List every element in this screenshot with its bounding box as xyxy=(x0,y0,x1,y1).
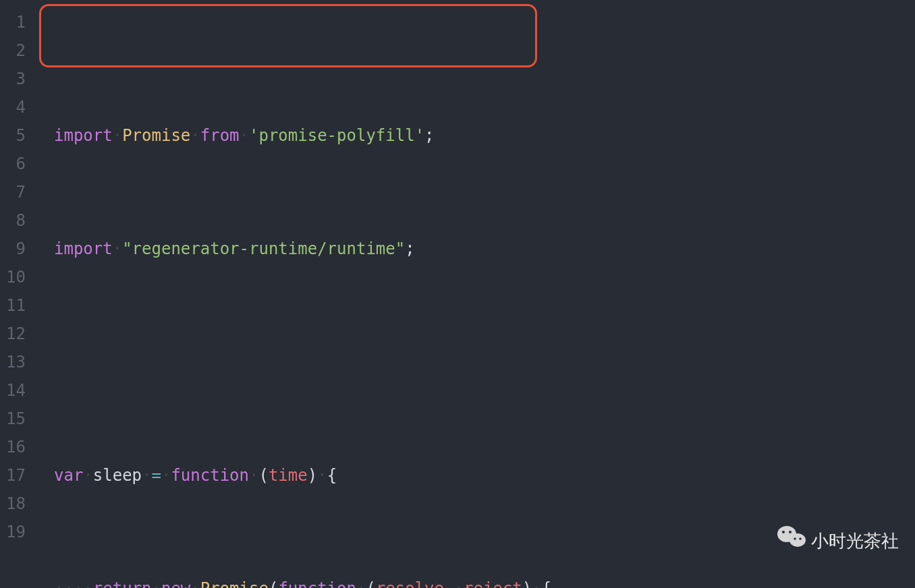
wechat-icon xyxy=(777,525,806,557)
line-number: 9 xyxy=(0,235,26,263)
line-number: 4 xyxy=(0,93,26,121)
line-number: 6 xyxy=(0,150,26,178)
line-number: 8 xyxy=(0,206,26,235)
svg-point-3 xyxy=(789,531,792,533)
line-number: 2 xyxy=(0,36,26,65)
svg-point-2 xyxy=(782,531,785,533)
code-line[interactable]: ····return·new·Promise(function·(resolve… xyxy=(54,575,915,588)
line-number: 5 xyxy=(0,121,26,150)
code-line[interactable] xyxy=(54,348,915,376)
line-number: 17 xyxy=(0,461,26,490)
code-line[interactable]: var·sleep·=·function·(time)·{ xyxy=(54,461,915,490)
line-number-gutter: 1 2 3 4 5 6 7 8 9 10 11 12 13 14 15 16 1… xyxy=(0,0,31,588)
line-number: 15 xyxy=(0,405,26,433)
line-number: 16 xyxy=(0,433,26,461)
code-editor[interactable]: 1 2 3 4 5 6 7 8 9 10 11 12 13 14 15 16 1… xyxy=(0,0,915,588)
line-number: 1 xyxy=(0,8,26,36)
svg-point-4 xyxy=(794,537,796,539)
line-number: 13 xyxy=(0,348,26,376)
watermark-text: 小时光茶社 xyxy=(811,527,899,555)
line-number: 3 xyxy=(0,65,26,93)
code-line[interactable]: import·"regenerator-runtime/runtime"; xyxy=(54,235,915,263)
line-number: 10 xyxy=(0,263,26,291)
highlight-annotation xyxy=(39,4,537,67)
code-area[interactable]: import·Promise·from·'promise-polyfill'; … xyxy=(31,0,915,588)
code-line[interactable]: import·Promise·from·'promise-polyfill'; xyxy=(54,121,915,150)
line-number: 12 xyxy=(0,320,26,348)
line-number: 7 xyxy=(0,178,26,206)
watermark: 小时光茶社 xyxy=(777,525,899,557)
line-number: 11 xyxy=(0,291,26,320)
line-number: 18 xyxy=(0,490,26,518)
line-number: 19 xyxy=(0,518,26,546)
line-number: 14 xyxy=(0,376,26,405)
svg-point-1 xyxy=(789,533,806,547)
svg-point-5 xyxy=(799,537,801,539)
